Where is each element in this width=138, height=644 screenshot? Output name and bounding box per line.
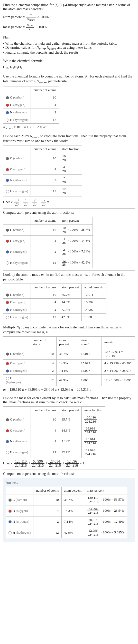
m-equation: m = 120.110 u + 63.996 u + 28.014 u + 12… xyxy=(3,388,135,392)
atom-percent-table: number of atomsatom percent C (carbon)10… xyxy=(3,217,93,268)
table-row: O (oxygen)4428 xyxy=(3,164,82,175)
table-row: number of atomsatom percent xyxy=(3,217,93,225)
separator xyxy=(3,323,135,323)
table-row: C (carbon)10 xyxy=(3,94,59,101)
cell: 12.096224.216 × 100% = 5.395% xyxy=(84,527,127,538)
hydrogen-dot-icon xyxy=(6,377,9,380)
cell: 4 xyxy=(31,101,59,109)
cell: 1028 xyxy=(59,153,82,164)
table-row: H (hydrogen)1242.9%12.096224.216 xyxy=(3,447,105,458)
mp-label: mass percent = xyxy=(3,25,26,29)
table-row: O (oxygen)4 xyxy=(3,101,59,109)
separator xyxy=(3,208,135,209)
table-row: N (nitrogen)27.14%28.014224.216 xyxy=(3,436,105,447)
cell: 228 × 100% = 7.14% xyxy=(59,246,93,257)
table-row: O (oxygen)4428 × 100% = 14.3% xyxy=(3,235,93,246)
ap-den: Natoms xyxy=(26,17,36,21)
table-row: O (oxygen)414.3%15.999 xyxy=(3,299,106,306)
mp-num: Ni mi xyxy=(26,24,34,28)
table-row: N (nitrogen)2228 × 100% = 7.14% xyxy=(3,246,93,257)
nitrogen-dot-icon xyxy=(8,520,12,523)
atom-percent-formula: atom percent = Ni Natoms × 100% xyxy=(3,13,135,22)
table-row: H (hydrogen)121228 × 100% = 42.9% xyxy=(3,257,93,268)
hydrogen-dot-icon xyxy=(6,119,9,122)
mult-text: Multiply Ni by mi to compute the mass fo… xyxy=(3,325,135,334)
cell: 12.096224.216 xyxy=(82,447,105,458)
cell: 28.014224.216 xyxy=(82,436,105,447)
table-row: H (hydrogen)1242.9%1.008 xyxy=(3,314,106,321)
separator xyxy=(3,33,135,33)
cell: 120.110224.216 × 100% = 53.57% xyxy=(84,494,127,505)
cell: 10 xyxy=(31,94,59,101)
cell: 63.996224.216 xyxy=(82,425,105,436)
oxygen-dot-icon xyxy=(6,362,9,365)
col-afrac: atom fraction xyxy=(59,145,82,153)
hydrogen-dot-icon xyxy=(6,261,9,265)
table-row: H (hydrogen)1242.9%12.096224.216 × 100% … xyxy=(6,527,127,538)
nitrogen-dot-icon xyxy=(6,440,9,443)
oxygen-dot-icon xyxy=(6,168,9,171)
natoms-equation: Natoms = 10 + 4 + 2 + 12 = 28 xyxy=(3,125,135,130)
table-row: N (nitrogen)27.14%14.0072 × 14.007 = 28.… xyxy=(3,367,135,375)
use-formula-text: Use the chemical formula to count the nu… xyxy=(3,74,135,84)
el-sym: O xyxy=(10,103,12,107)
table-row: C (carbon)101028 xyxy=(3,153,82,164)
nitrogen-dot-icon xyxy=(6,369,9,373)
ap-frac: Ni Natoms xyxy=(26,13,36,22)
cell: 428 xyxy=(59,164,82,175)
cell: 228 xyxy=(59,175,82,186)
carbon-dot-icon xyxy=(6,418,9,421)
table-row: number of atomsatom percentatomic mass/u… xyxy=(3,337,135,348)
table-row: N (nitrogen)2 xyxy=(3,109,59,116)
separator xyxy=(3,132,135,132)
table-row: number of atoms xyxy=(3,86,59,94)
ap-num: Ni xyxy=(26,13,36,17)
table-row: number of atomsatom percentatomic mass/u xyxy=(3,284,106,291)
mp-den: m xyxy=(26,28,34,31)
mass-table: number of atomsatom percentatomic mass/u… xyxy=(3,336,135,386)
el-sym: H xyxy=(10,118,12,122)
check-2: Check: 120.110224.216 + 63.996224.216 + … xyxy=(3,460,135,468)
oxygen-dot-icon xyxy=(6,429,9,432)
table-row: N (nitrogen)27.14%14.007 xyxy=(3,306,106,314)
oxygen-dot-icon xyxy=(8,510,12,513)
table-row: O (oxygen)414.3%63.996224.216 × 100% = 2… xyxy=(6,505,127,516)
ap-label: atom percent = xyxy=(3,15,26,19)
cell: 428 × 100% = 14.3% xyxy=(59,235,93,246)
lookup-text: Look up the atomic mass, mi, in unified … xyxy=(3,273,135,282)
chemical-formula: C10H12N2O4 xyxy=(3,65,135,70)
nitrogen-dot-icon xyxy=(6,250,9,253)
table-row: number of atomsatom fraction xyxy=(3,145,82,153)
table-row: H (hydrogen)1242.9%1.00812 × 1.008 = 12.… xyxy=(3,375,135,386)
cell: 12 xyxy=(31,116,59,123)
atomic-mass-table: number of atomsatom percentatomic mass/u… xyxy=(3,284,106,321)
carbon-dot-icon xyxy=(6,294,9,297)
nitrogen-dot-icon xyxy=(6,308,9,311)
divmass-text: Divide the mass for each element by m to… xyxy=(3,396,135,404)
oxygen-dot-icon xyxy=(6,104,9,107)
table-row: C (carbon)1035.7%120.110224.216 × 100% =… xyxy=(6,494,127,505)
carbon-dot-icon xyxy=(8,499,12,502)
compute-ap-text: Compute atom percents using the atom fra… xyxy=(3,211,135,215)
compute-mp-text: Compute mass percents using the mass fra… xyxy=(3,472,135,476)
hydrogen-dot-icon xyxy=(6,451,9,454)
answer-box: Answer: number of atomsatom percentmass … xyxy=(3,478,135,542)
cell: 2 xyxy=(31,109,59,116)
atom-count-table: number of atoms C (carbon)10 O (oxygen)4… xyxy=(3,86,59,124)
mass-fraction-table: number of atomsatom percentmass fraction… xyxy=(3,406,105,458)
table-row: O (oxygen)414.3%15.9994 × 15.999 = 63.99… xyxy=(3,360,135,367)
cell: 1228 × 100% = 42.9% xyxy=(59,257,93,268)
answer-label: Answer: xyxy=(6,481,132,485)
table-row: number of atomsatom percentmass fraction xyxy=(3,407,105,414)
table-row: N (nitrogen)2228 xyxy=(3,175,82,186)
separator xyxy=(3,57,135,57)
table-row: O (oxygen)414.3%63.996224.216 xyxy=(3,425,105,436)
cell: 63.996224.216 × 100% = 28.54% xyxy=(84,505,127,516)
carbon-dot-icon xyxy=(6,353,9,356)
separator xyxy=(3,394,135,394)
answer-table: number of atomsatom percentmass percent … xyxy=(6,487,127,538)
write-formula-text: Write the chemical formula: xyxy=(3,59,135,63)
cell: 1228 xyxy=(59,186,82,197)
table-row: H (hydrogen)121228 xyxy=(3,186,82,197)
cell: 120.110224.216 xyxy=(82,414,105,425)
